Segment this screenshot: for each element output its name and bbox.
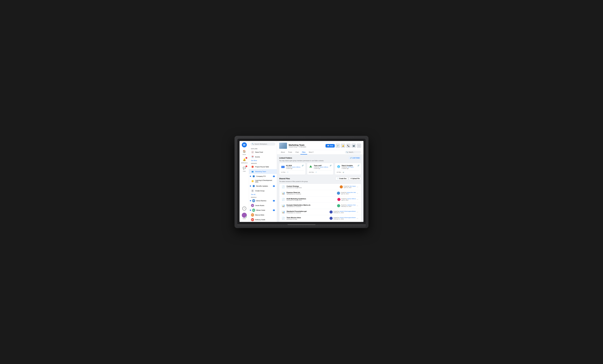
standards-more[interactable]: ···: [356, 210, 359, 214]
workplace-logo[interactable]: W: [242, 142, 247, 147]
draft-marketing-author[interactable]: Savina Velkova: [347, 198, 356, 200]
main-content: Marketing Team Closed Group · 73 Members…: [277, 141, 363, 222]
nav-item-jessie[interactable]: JA Jessie Azaria: [249, 203, 277, 208]
tab-about[interactable]: About: [279, 150, 287, 154]
more-actions-button[interactable]: ···: [357, 143, 361, 148]
folder-team-link-icon: 🔗: [330, 165, 332, 166]
tab-more[interactable]: More ▾: [307, 150, 315, 154]
see-all-groups[interactable]: See all...: [249, 193, 277, 196]
learning-icon: 🟡: [251, 180, 254, 183]
folder-data-count: 32 Files · 📊: [337, 170, 359, 173]
folder-data-link-icon: 🔗: [358, 165, 359, 166]
files-area: Linked Folders 🔗 Link Folder You may nee…: [277, 154, 363, 222]
file-row-standards: 📊 Standards Presentation.ppt Presentatio…: [279, 209, 361, 215]
expense-sheet-more[interactable]: ···: [356, 191, 359, 195]
expense-sheet-icon: 📊: [281, 191, 285, 195]
notifications-label: Notifications: [241, 162, 248, 164]
nav-item-marketing-team[interactable]: 👥 Marketing Team: [249, 169, 277, 174]
folder-h1-author-link[interactable]: Savina Velkova: [292, 166, 300, 168]
team-mission-more[interactable]: ···: [356, 217, 359, 220]
file-row-hierarchy: 🖼 Hierarchy Diagram.jpg Image on Workpla…: [279, 222, 361, 222]
see-more-explore[interactable]: See More: [249, 159, 277, 162]
sidebar-item-notifications[interactable]: 🔔 2 Notifications: [240, 156, 249, 165]
video-button[interactable]: 📹: [351, 143, 356, 148]
sidebar-item-chat[interactable]: 💬 6 Chat: [240, 165, 249, 173]
groups-section-label: GROUPS: [249, 162, 277, 164]
nav-item-miriam[interactable]: MS Miriam Smitz 1: [249, 208, 277, 212]
elena-avatar: ER: [252, 199, 255, 202]
create-doc-button[interactable]: 📄 Create Doc: [336, 177, 348, 180]
folder-h1-time: a week ago: [286, 168, 302, 169]
folder-card-h1-header: H1 2019 Linked by Savina Velkova a week …: [281, 165, 304, 169]
shared-files-header: Shared Files 📄 Create Doc ⬆ Upload File: [279, 177, 361, 180]
upload-label: Upload File: [352, 178, 360, 179]
nav-item-create-group[interactable]: + Create Group: [249, 188, 277, 193]
folder-data-author-link[interactable]: Tom Hayes: [348, 166, 354, 168]
help-button[interactable]: ?: [242, 207, 246, 211]
linked-folders-subtitle: You may need to give group members permi…: [279, 160, 361, 162]
user-avatar-sidebar[interactable]: Gwen: [240, 211, 249, 221]
team-mission-date: February 11, 2019: [334, 218, 344, 220]
folder-h1-count-text: 14 Files: [281, 172, 285, 173]
nav-item-benefits[interactable]: 🔵 Benefits Updates 3: [249, 184, 277, 188]
search-input[interactable]: [255, 143, 274, 145]
elena-badge: 1: [273, 200, 275, 201]
nav-item-learning[interactable]: 🟡 Learning & Development XFN: [249, 179, 277, 184]
upload-file-button[interactable]: ⬆ Upload File: [349, 177, 361, 180]
nav-item-events[interactable]: 📅 Events: [249, 154, 277, 159]
content-strategy-more[interactable]: ···: [356, 185, 359, 188]
elena-label: Elena Ramirez: [256, 200, 266, 201]
folder-team-time: a week ago: [314, 168, 330, 169]
folder-team-count-text: 156 Files: [309, 172, 314, 173]
tab-posts[interactable]: Posts: [287, 150, 294, 154]
nav-item-company-fyi[interactable]: 🔵 Company FYI 1: [249, 174, 277, 179]
draft-marketing-icon: 📄: [281, 198, 285, 201]
tab-files[interactable]: Files: [300, 150, 307, 154]
draft-marketing-date: April 9, 2019: [341, 200, 348, 201]
home-icon: 🏠: [242, 149, 246, 153]
folder-h1-icon: [281, 165, 285, 169]
folders-grid: H1 2019 Linked by Savina Velkova a week …: [279, 163, 361, 175]
tab-chat[interactable]: Chat: [294, 150, 300, 154]
sidebar-item-home[interactable]: 🏠 Home: [240, 148, 249, 156]
folder-team-file-type: 📄: [315, 172, 317, 173]
tab-search-input[interactable]: [349, 152, 360, 153]
group-actions: 💬 Chat ✔ 🔔 📞: [325, 143, 361, 148]
nav-item-news-feed[interactable]: 📰 News Feed: [249, 150, 277, 154]
tab-search-box[interactable]: 🔍: [345, 151, 361, 153]
anthony-label: Anthony Smith: [255, 219, 265, 221]
elena-unread: [250, 200, 251, 201]
checkmark-button[interactable]: ✔: [336, 143, 340, 148]
stakeholders-author[interactable]: Catherine Chen: [347, 204, 356, 206]
marcos-avatar: MB: [251, 213, 254, 216]
team-mission-author[interactable]: Ganesh Shanmugasundaram: [339, 217, 356, 218]
link-folder-button[interactable]: 🔗 Link Folder: [349, 156, 361, 159]
benefits-badge: 3: [273, 185, 275, 187]
file-row-content-strategy: 📄 Content Strategy Document on Google Dr…: [279, 184, 361, 190]
group-info: Marketing Team Closed Group · 73 Members: [289, 144, 325, 148]
standards-author[interactable]: Ganesh Shanmugasundaram: [339, 211, 356, 212]
folder-h1-file-icon: ·: [286, 172, 286, 173]
expense-sheet-info: Expense Sheet.xls Spreadsheet on OneDriv…: [287, 192, 337, 195]
app-screen: W 🏠 Home 🔔 2 Notifications 💬 6 Chat: [240, 141, 363, 222]
phone-button[interactable]: 📞: [346, 143, 351, 148]
stakeholders-more[interactable]: ···: [356, 204, 359, 207]
search-box[interactable]: 🔍: [250, 142, 275, 146]
nav-item-marcos[interactable]: MB Marcos Botto: [249, 212, 277, 217]
content-strategy-author[interactable]: Tom Hayes: [349, 186, 356, 187]
chat-badge: 6: [245, 165, 247, 167]
file-row-team-mission: 📄 Team Mission Ideas Document on Quip Po…: [279, 215, 361, 222]
nav-item-elena[interactable]: ER Elena Ramirez 1: [249, 198, 277, 203]
standards-meta: Presentation on OneDrive: [287, 212, 330, 213]
expense-sheet-author[interactable]: Naing Minn Htet: [347, 192, 356, 193]
chat-button[interactable]: 💬 Chat: [325, 144, 335, 148]
home-label: Home: [243, 154, 246, 155]
nav-item-anthony[interactable]: AS Anthony Smith: [249, 217, 277, 222]
nav-item-project-round-table[interactable]: 🔴 Project Round Table: [249, 164, 277, 169]
bell-button[interactable]: 🔔: [341, 143, 345, 148]
phone-icon: 📞: [347, 145, 349, 147]
draft-marketing-more[interactable]: ···: [356, 198, 359, 201]
expense-sheet-date: April 15, 2019: [341, 193, 349, 195]
group-avatar: [279, 143, 287, 149]
folder-team-author-link[interactable]: Savina Velkova: [320, 166, 328, 168]
